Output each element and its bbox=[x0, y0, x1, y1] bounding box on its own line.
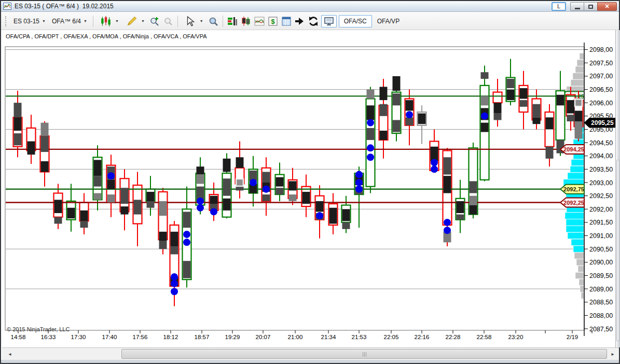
time-axis[interactable]: 14:5816:3317:3017:4017:5618:1218:5719:29… bbox=[11, 330, 592, 340]
ofa-signal-dot bbox=[316, 212, 323, 219]
ofa-volume-block bbox=[567, 115, 575, 121]
scroll-right-arrow-icon[interactable]: ▸ bbox=[608, 348, 617, 360]
window-bottom-edge bbox=[1, 360, 619, 363]
ofa-volume-block bbox=[263, 194, 270, 201]
pencil-icon bbox=[126, 16, 137, 27]
output-panel-button[interactable] bbox=[281, 16, 292, 27]
go-to-latest-button[interactable] bbox=[294, 16, 306, 27]
ofa-signal-dot bbox=[183, 231, 190, 238]
ofa-volume-block bbox=[171, 232, 178, 246]
toolbar-grip[interactable] bbox=[5, 16, 7, 26]
volume-profile-bar bbox=[578, 265, 584, 272]
ofa-volume-block bbox=[94, 160, 102, 176]
ofa-volume-block bbox=[457, 215, 464, 220]
toolbar-separator bbox=[93, 16, 93, 27]
horizontal-scrollbar[interactable]: ◂ ▸ bbox=[2, 347, 619, 360]
toolbar-separator bbox=[177, 16, 178, 27]
ofa-volume-block bbox=[94, 176, 102, 187]
price-tag-label: 2092,25 bbox=[563, 200, 584, 206]
market-analyzer-button[interactable] bbox=[240, 16, 252, 27]
chart-window: 2096,252098,502098,002097,502097,002096,… bbox=[0, 0, 620, 364]
chart-region-button[interactable] bbox=[254, 16, 265, 27]
time-tick-label: 18:57 bbox=[195, 334, 210, 340]
restore-button[interactable] bbox=[584, 2, 597, 11]
ofa-volume-block bbox=[444, 176, 451, 193]
scrollbar-thumb[interactable] bbox=[121, 349, 607, 359]
ofa-volume-block bbox=[14, 117, 22, 131]
price-axis[interactable]: 2098,502098,002097,502097,002096,502096,… bbox=[584, 33, 613, 333]
time-tick-label: 2/19 bbox=[567, 334, 578, 340]
ofa-volume-block bbox=[223, 199, 231, 211]
ofa-signal-dot bbox=[481, 113, 488, 120]
chevron-down-icon: ▼ bbox=[141, 19, 145, 23]
titlebar[interactable]: ES 03-15 ( OFA™ 6/4 ) 19.02.2015 L ✕ bbox=[1, 1, 619, 12]
price-tag-label: 2094,25 bbox=[563, 146, 584, 152]
ofa-volume-block bbox=[159, 201, 167, 216]
volume-profile-bar bbox=[577, 60, 584, 66]
time-tick-label: 22:16 bbox=[415, 334, 430, 340]
account-button[interactable]: $ bbox=[267, 16, 279, 27]
ofa-volume-block bbox=[380, 131, 388, 140]
chart-trader-button[interactable] bbox=[227, 16, 238, 27]
symbol-selector[interactable]: ES 03-15 ▼ bbox=[10, 16, 49, 26]
price-tick-label: 2094,00 bbox=[589, 152, 613, 160]
close-button[interactable]: ✕ bbox=[597, 2, 617, 11]
time-tick-label: 17:40 bbox=[102, 334, 117, 340]
cursor-tool-button[interactable]: ▼ bbox=[181, 14, 206, 29]
search-icon bbox=[208, 16, 218, 26]
interval-selector[interactable]: OFA™ 6/4 ▼ bbox=[49, 16, 90, 26]
minimize-icon bbox=[575, 8, 580, 9]
ofa-signal-dot bbox=[355, 179, 363, 186]
window-chart-icon bbox=[3, 3, 11, 10]
volume-profile-bar bbox=[570, 166, 584, 172]
vertical-scrollbar-thumb[interactable] bbox=[616, 160, 619, 341]
volume-profile-bar bbox=[573, 246, 584, 252]
chevron-down-icon: ▼ bbox=[42, 19, 46, 23]
ofa-volume-block bbox=[380, 104, 388, 116]
ofa-sc-toggle[interactable]: OFA/SC bbox=[339, 15, 372, 27]
scroll-left-arrow-icon[interactable]: ◂ bbox=[5, 348, 15, 360]
ofa-volume-block bbox=[236, 157, 244, 168]
zoom-in-button[interactable] bbox=[149, 16, 160, 27]
zoom-out-button[interactable] bbox=[162, 16, 174, 27]
price-tick-label: 2089,00 bbox=[589, 286, 613, 293]
chart-style-button[interactable]: ▼ bbox=[96, 14, 122, 29]
ofa-volume-block bbox=[159, 232, 167, 241]
ofa-volume-block bbox=[520, 88, 528, 99]
reload-data-button[interactable] bbox=[308, 16, 319, 27]
interval-label: OFA™ 6/4 bbox=[52, 18, 81, 25]
ofa-sc-label: OFA/SC bbox=[344, 18, 367, 25]
ofa-monitor-toggle[interactable] bbox=[321, 15, 337, 27]
minimize-button[interactable] bbox=[570, 2, 584, 11]
price-tick-label: 2092,00 bbox=[589, 206, 613, 213]
ofa-signal-dot bbox=[367, 144, 374, 151]
plot-area[interactable]: 2096,25 bbox=[5, 50, 584, 306]
ofa-chart-canvas[interactable]: 2096,252098,502098,002097,502097,002096,… bbox=[1, 1, 620, 364]
ofa-volume-block bbox=[380, 87, 388, 100]
volume-profile-bar bbox=[571, 159, 584, 165]
ofa-signal-dot bbox=[197, 204, 204, 212]
link-button[interactable]: L bbox=[552, 2, 566, 11]
volume-profile-bar bbox=[566, 219, 584, 226]
ofa-signal-dot bbox=[406, 111, 413, 118]
volume-profile-bar bbox=[568, 232, 584, 239]
ofa-vp-label: OFA/VP bbox=[377, 18, 399, 25]
cursor-icon bbox=[185, 16, 196, 27]
dollar-icon: $ bbox=[268, 16, 278, 26]
drawing-tool-button[interactable]: ▼ bbox=[122, 14, 148, 29]
ofa-vp-toggle[interactable]: OFA/VP bbox=[373, 18, 404, 25]
zoom-in-icon bbox=[149, 16, 160, 26]
ofa-signal-dot bbox=[183, 239, 190, 246]
ofa-volume-block bbox=[507, 90, 515, 101]
ofa-volume-block bbox=[14, 133, 22, 145]
ofa-volume-block bbox=[197, 166, 204, 174]
volume-profile-bar bbox=[573, 73, 584, 79]
vertical-scrollbar[interactable] bbox=[615, 30, 620, 347]
data-box-button[interactable] bbox=[208, 16, 219, 27]
price-tick-label: 2092,50 bbox=[589, 192, 613, 200]
ofa-volume-block bbox=[367, 105, 375, 120]
ofa-signal-dot bbox=[107, 172, 115, 179]
ofa-volume-block bbox=[183, 261, 191, 278]
ofa-open-square-marker bbox=[575, 99, 582, 106]
ofa-volume-block bbox=[393, 76, 401, 91]
